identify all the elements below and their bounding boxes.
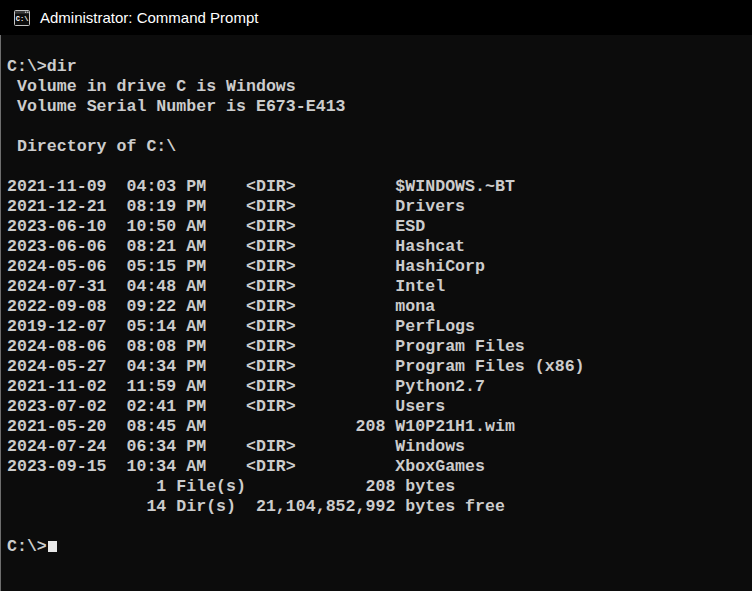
terminal-line: 2024-07-24 06:34 PM <DIR> Windows [7,437,752,457]
terminal-line: 2024-05-27 04:34 PM <DIR> Program Files … [7,357,752,377]
window-title: Administrator: Command Prompt [40,9,258,26]
terminal-line: 1 File(s) 208 bytes [7,477,752,497]
terminal-line: Volume Serial Number is E673-E413 [7,97,752,117]
terminal-line: 14 Dir(s) 21,104,852,992 bytes free [7,497,752,517]
terminal-line: 2023-09-15 10:34 AM <DIR> XboxGames [7,457,752,477]
title-bar: C:\ Administrator: Command Prompt [0,0,752,35]
terminal[interactable]: C:\>dir Volume in drive C is Windows Vol… [0,35,752,591]
terminal-line: 2019-12-07 05:14 AM <DIR> PerfLogs [7,317,752,337]
terminal-line: 2024-08-06 08:08 PM <DIR> Program Files [7,337,752,357]
svg-text:C:\: C:\ [16,15,29,23]
terminal-line [7,157,752,177]
text-cursor [48,541,57,552]
cmd-icon: C:\ [14,10,30,26]
terminal-line: 2024-07-31 04:48 AM <DIR> Intel [7,277,752,297]
prompt-text: C:\> [7,537,47,556]
terminal-line: 2023-06-06 08:21 AM <DIR> Hashcat [7,237,752,257]
terminal-line: Directory of C:\ [7,137,752,157]
terminal-line: 2021-12-21 08:19 PM <DIR> Drivers [7,197,752,217]
terminal-line: 2023-06-10 10:50 AM <DIR> ESD [7,217,752,237]
terminal-line [7,117,752,137]
terminal-line: 2021-11-09 04:03 PM <DIR> $WINDOWS.~BT [7,177,752,197]
terminal-line: 2022-09-08 09:22 AM <DIR> mona [7,297,752,317]
terminal-line: 2021-11-02 11:59 AM <DIR> Python2.7 [7,377,752,397]
terminal-line: 2023-07-02 02:41 PM <DIR> Users [7,397,752,417]
terminal-line: 2021-05-20 08:45 AM 208 W10P21H1.wim [7,417,752,437]
terminal-lines: C:\>dir Volume in drive C is Windows Vol… [7,57,752,537]
terminal-line: C:\>dir [7,57,752,77]
terminal-line: Volume in drive C is Windows [7,77,752,97]
terminal-line: 2024-05-06 05:15 PM <DIR> HashiCorp [7,257,752,277]
prompt-line[interactable]: C:\> [7,537,752,557]
terminal-line [7,517,752,537]
